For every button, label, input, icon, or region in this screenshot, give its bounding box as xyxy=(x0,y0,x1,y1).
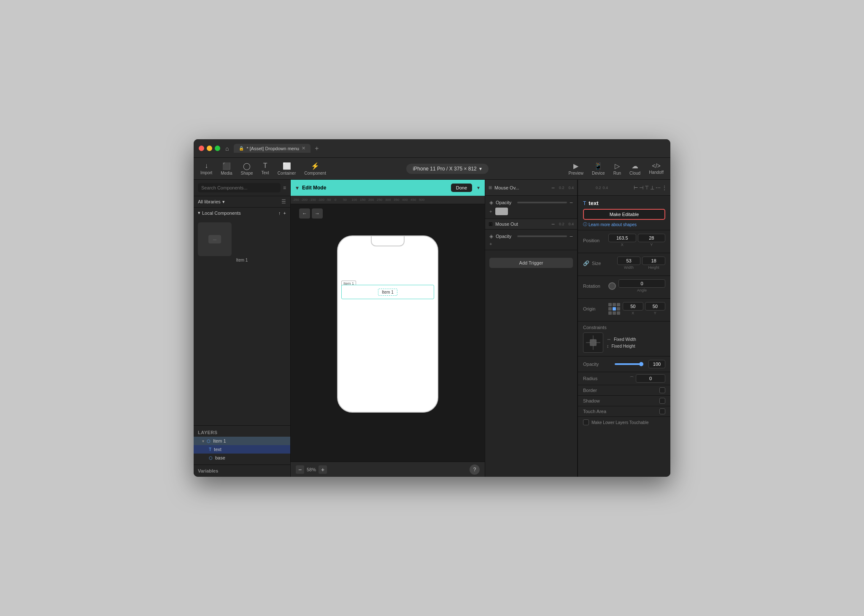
pos-y-input[interactable] xyxy=(638,234,666,242)
preview-tool[interactable]: ▶ Preview xyxy=(569,162,584,176)
origin-grid[interactable] xyxy=(608,303,620,315)
add-trigger-button[interactable]: Add Trigger xyxy=(489,258,573,268)
tab-close-icon[interactable]: ✕ xyxy=(302,146,305,151)
local-components-header[interactable]: ▾ Local Components ↑ + xyxy=(194,208,290,218)
pos-x-input[interactable] xyxy=(608,234,636,242)
rotation-input[interactable] xyxy=(618,279,665,288)
align-center-v-icon[interactable]: ⋯ xyxy=(656,185,661,191)
rp-top-header: 0.2 0.4 ⊢ ⊣ ⊤ ⊥ ⋯ ⋮ xyxy=(578,180,670,196)
og-br[interactable] xyxy=(617,311,620,315)
opacity-icon-1: ◈ xyxy=(489,200,493,205)
add-row-2[interactable]: + xyxy=(489,241,573,246)
text-tool[interactable]: T Text xyxy=(262,162,269,175)
add-component-icon[interactable]: + xyxy=(284,211,286,216)
help-button[interactable]: ? xyxy=(470,465,480,475)
opacity-bar-1[interactable] xyxy=(517,202,567,203)
size-inputs: Width Height xyxy=(617,257,665,270)
og-tl[interactable] xyxy=(608,303,612,306)
zoom-out-button[interactable]: − xyxy=(296,465,304,474)
shape-tool[interactable]: ◯ Shape xyxy=(241,162,253,176)
og-ml[interactable] xyxy=(608,307,612,311)
make-editable-button[interactable]: Make Editable xyxy=(583,209,665,220)
origin-x-group: X xyxy=(623,302,643,315)
component-card-item1[interactable]: — xyxy=(198,222,232,256)
fixed-height-icon: ↕ xyxy=(607,343,609,349)
opacity-remove-1[interactable]: − xyxy=(570,199,573,206)
device-tool[interactable]: 📱 Device xyxy=(592,162,605,176)
search-bar: ≡ xyxy=(194,180,290,196)
link-icon: 🔗 xyxy=(583,260,589,266)
align-right-icon[interactable]: ⊤ xyxy=(645,185,649,191)
maximize-button[interactable] xyxy=(215,146,220,151)
component-tool[interactable]: ⚡ Component xyxy=(304,162,326,176)
media-tool[interactable]: ⬛ Media xyxy=(221,162,232,176)
mouse-out-remove[interactable]: − xyxy=(551,221,555,227)
item1-text[interactable]: Item 1 xyxy=(378,289,397,296)
radius-input[interactable] xyxy=(636,374,665,383)
list-icon[interactable]: ☰ xyxy=(281,199,286,205)
edit-mode-toggle[interactable]: ▾ xyxy=(296,184,299,191)
zoom-in-button[interactable]: + xyxy=(319,465,327,474)
device-selector[interactable]: iPhone 11 Pro / X 375 × 812 ▾ xyxy=(406,164,489,174)
fixed-width-icon: ↔ xyxy=(607,337,611,342)
nav-area: ← → xyxy=(291,204,485,219)
component-card-label: Item 1 xyxy=(198,258,286,262)
done-button[interactable]: Done xyxy=(451,184,472,192)
og-mc[interactable] xyxy=(613,307,616,311)
opacity-bar-2[interactable] xyxy=(517,235,567,237)
shadow-checkbox[interactable] xyxy=(659,398,665,404)
cloud-tool[interactable]: ☁ Cloud xyxy=(629,162,640,176)
sort-icon[interactable]: ↑ xyxy=(278,211,281,216)
og-mr[interactable] xyxy=(617,307,620,311)
search-input[interactable] xyxy=(198,183,281,192)
touch-area-checkbox[interactable] xyxy=(659,408,665,414)
new-tab-button[interactable]: + xyxy=(312,145,321,152)
og-bl[interactable] xyxy=(608,311,612,315)
align-left-icon[interactable]: ⊢ xyxy=(634,185,638,191)
rotation-dial[interactable] xyxy=(608,282,616,290)
handoff-tool[interactable]: </> Handoff xyxy=(649,162,664,175)
canvas-scroll[interactable]: Item 1 Item 1 xyxy=(291,219,485,462)
opacity-remove-2[interactable]: − xyxy=(570,233,573,240)
origin-y-input[interactable] xyxy=(645,302,666,311)
filter-icon[interactable]: ≡ xyxy=(283,185,286,191)
item1-box[interactable]: Item 1 xyxy=(341,285,434,299)
run-tool[interactable]: ▷ Run xyxy=(613,162,621,176)
home-icon[interactable]: ⌂ xyxy=(225,145,229,152)
opacity-slider[interactable] xyxy=(615,363,644,365)
container-tool[interactable]: ⬜ Container xyxy=(278,162,296,176)
all-libraries-button[interactable]: All libraries ▾ xyxy=(198,199,225,205)
layer-item-base[interactable]: ⬡ base xyxy=(194,454,290,462)
size-w-input[interactable] xyxy=(617,257,640,265)
layer-item-text[interactable]: T text xyxy=(194,445,290,454)
toolbar: ↓ Import ⬛ Media ◯ Shape T Text ⬜ Contai… xyxy=(194,158,670,180)
position-inputs: X Y xyxy=(608,234,665,247)
edit-mode-chevron[interactable]: ▾ xyxy=(477,185,480,191)
mouse-over-remove[interactable]: − xyxy=(551,184,555,191)
forward-button[interactable]: → xyxy=(312,208,323,219)
size-h-input[interactable] xyxy=(642,257,665,265)
edit-mode-bar: ▾ Edit Mode Done ▾ xyxy=(291,180,485,196)
make-lower-checkbox[interactable] xyxy=(583,419,589,425)
og-bc[interactable] xyxy=(613,311,616,315)
og-tc[interactable] xyxy=(613,303,616,306)
align-bottom-icon[interactable]: ⋮ xyxy=(662,185,667,191)
back-button[interactable]: ← xyxy=(299,208,310,219)
add-row-1[interactable]: + xyxy=(489,208,573,215)
align-center-h-icon[interactable]: ⊣ xyxy=(639,185,643,191)
layer-item-item1[interactable]: ▾ ⬡ Item 1 xyxy=(194,437,290,445)
og-tr[interactable] xyxy=(617,303,620,306)
import-tool[interactable]: ↓ Import xyxy=(200,162,212,175)
align-top-icon[interactable]: ⊥ xyxy=(650,185,654,191)
learn-more-link[interactable]: ⓘ Learn more about shapes xyxy=(583,222,665,227)
coord-input-1[interactable] xyxy=(581,185,594,190)
origin-x-input[interactable] xyxy=(623,302,643,311)
opacity-value-input[interactable] xyxy=(648,360,665,368)
minimize-button[interactable] xyxy=(207,146,212,151)
close-button[interactable] xyxy=(199,146,204,151)
variables-section: Variables xyxy=(194,465,290,477)
tab-asset-dropdown[interactable]: 🔒 * [Asset] Dropdown menu ✕ xyxy=(234,144,310,153)
titlebar: ⌂ 🔒 * [Asset] Dropdown menu ✕ + xyxy=(194,139,670,158)
border-checkbox[interactable] xyxy=(659,387,665,393)
tab-label: * [Asset] Dropdown menu xyxy=(246,146,299,151)
